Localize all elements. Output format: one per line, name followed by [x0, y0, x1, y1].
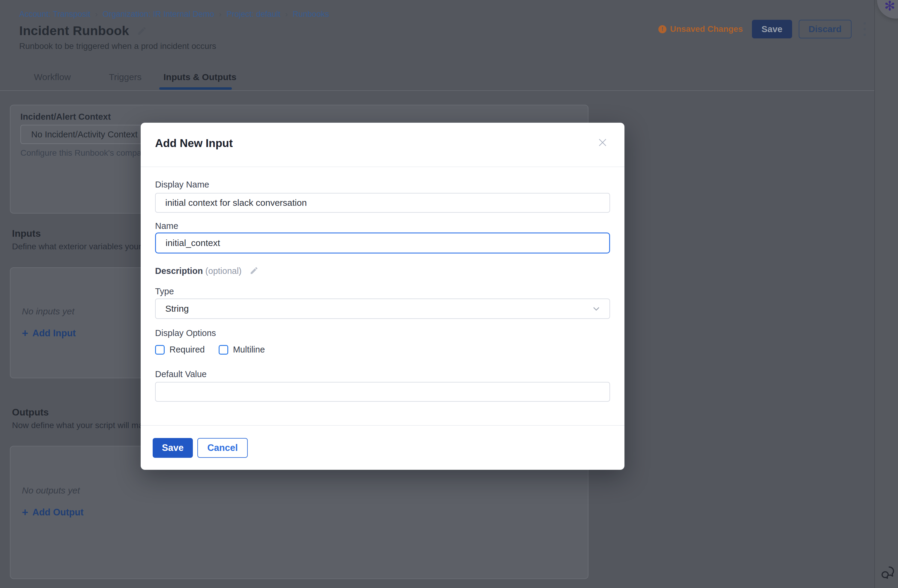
type-label: Type: [155, 286, 174, 296]
modal-header-divider: [141, 166, 624, 167]
scrollbar-gutter: [875, 0, 898, 588]
modal-title: Add New Input: [155, 137, 233, 150]
page-subtitle: Runbook to be triggered when a prod inci…: [19, 42, 216, 51]
required-checkbox-label[interactable]: Required: [169, 345, 205, 355]
name-input[interactable]: [155, 232, 610, 254]
incident-context-dropdown-value: No Incident/Activity Context: [31, 129, 138, 140]
description-label-text: Description: [155, 266, 203, 276]
name-label: Name: [155, 221, 178, 231]
tab-inputs-outputs[interactable]: Inputs & Outputs: [163, 72, 236, 82]
header-discard-button[interactable]: Discard: [799, 20, 852, 38]
no-outputs-text: No outputs yet: [22, 485, 80, 496]
inputs-heading: Inputs: [12, 228, 41, 239]
breadcrumb-runbooks-link[interactable]: Runbooks: [292, 9, 329, 19]
plus-icon: +: [22, 508, 28, 517]
edit-description-pencil-icon[interactable]: [249, 266, 258, 275]
default-value-input[interactable]: [155, 382, 610, 402]
active-tab-underline: [159, 87, 232, 90]
chevron-right-icon: ›: [285, 9, 288, 19]
required-checkbox[interactable]: [155, 345, 165, 355]
multiline-checkbox[interactable]: [218, 345, 228, 355]
display-name-label: Display Name: [155, 180, 209, 189]
type-select[interactable]: String: [155, 299, 610, 319]
display-options-row: Required Multiline: [155, 345, 265, 355]
flower-icon[interactable]: ✻: [884, 0, 895, 14]
no-inputs-text: No inputs yet: [22, 306, 74, 317]
multiline-checkbox-label[interactable]: Multiline: [233, 345, 265, 355]
chevron-down-icon: [592, 304, 601, 314]
breadcrumb: Account: Transposit › Organization: IR I…: [19, 9, 329, 19]
incident-context-help-text: Configure this Runbook's compatibi: [20, 148, 152, 158]
description-optional-text: (optional): [206, 266, 242, 276]
add-new-input-modal: Add New Input Display Name Name Descript…: [141, 123, 624, 470]
tab-triggers[interactable]: Triggers: [109, 72, 141, 82]
modal-save-button[interactable]: Save: [153, 438, 193, 458]
default-value-label: Default Value: [155, 369, 207, 379]
content-right-border: [874, 0, 875, 588]
breadcrumb-project-link[interactable]: Project: default: [226, 9, 280, 19]
edit-title-pencil-icon[interactable]: [137, 26, 147, 36]
incident-context-label: Incident/Alert Context: [20, 112, 111, 122]
chevron-right-icon: ›: [95, 9, 98, 19]
breadcrumb-account-link[interactable]: Account: Transposit: [19, 9, 90, 19]
inputs-description: Define what exterior variables your: [12, 242, 141, 251]
outputs-heading: Outputs: [12, 407, 49, 418]
close-icon[interactable]: [596, 136, 609, 149]
page-title: Incident Runbook: [19, 23, 129, 38]
display-name-input[interactable]: [155, 193, 610, 213]
outputs-description: Now define what your script will ma: [12, 420, 143, 430]
add-input-label: Add Input: [32, 328, 76, 339]
add-input-button[interactable]: + Add Input: [22, 328, 76, 339]
add-output-label: Add Output: [32, 507, 83, 518]
description-label: Description (optional): [155, 266, 258, 276]
unsaved-changes-label: Unsaved Changes: [670, 24, 743, 34]
tab-workflow[interactable]: Workflow: [34, 72, 71, 82]
modal-cancel-button[interactable]: Cancel: [197, 438, 248, 458]
add-output-button[interactable]: + Add Output: [22, 507, 83, 518]
tabs-divider: [0, 90, 875, 91]
breadcrumb-organization-link[interactable]: Organization: IR Internal Demo: [103, 9, 214, 19]
plus-icon: +: [22, 329, 28, 338]
more-options-kebab-icon[interactable]: [861, 19, 869, 39]
header-save-button[interactable]: Save: [752, 20, 792, 38]
chevron-right-icon: ›: [219, 9, 221, 19]
unsaved-changes-badge: ! Unsaved Changes: [658, 24, 743, 34]
chat-bubbles-icon[interactable]: [880, 565, 896, 581]
display-options-label: Display Options: [155, 328, 216, 338]
type-select-value: String: [165, 303, 189, 314]
warning-icon: !: [658, 25, 666, 33]
modal-footer-divider: [141, 425, 624, 426]
